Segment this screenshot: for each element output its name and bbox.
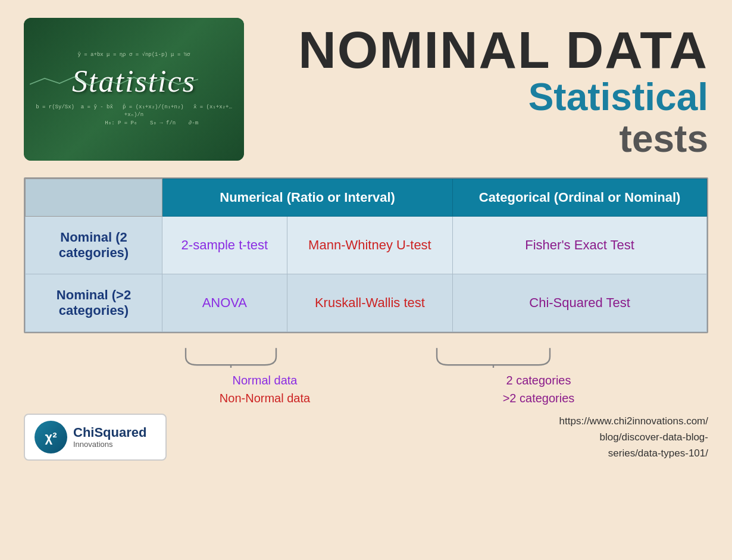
logo-name: ChiSquared: [73, 426, 146, 440]
statistics-table: Numerical (Ratio or Interval) Categorica…: [24, 177, 708, 333]
row-1-numerical-normal: 2-sample t-test: [162, 217, 287, 274]
row-1-header: Nominal (2 categories): [26, 217, 162, 274]
url-text: https://www.chi2innovations.com/ blog/di…: [559, 413, 708, 462]
stats-math-top: ŷ = a+bx μ = ηρ σ = √np(1-p) μ = ½σ: [77, 51, 190, 59]
logo-text-area: ChiSquared Innovations: [73, 426, 146, 449]
table-header-numerical: Numerical (Ratio or Interval): [162, 179, 453, 217]
numerical-bracket-text: Normal data Non-Normal data: [220, 371, 310, 407]
sub-title-2: tests: [268, 118, 708, 159]
logo-area: χ² ChiSquared Innovations: [24, 414, 167, 461]
title-area: NOMINAL DATA Statistical tests: [244, 18, 708, 160]
statistics-image: ŷ = a+bx μ = ηρ σ = √np(1-p) μ = ½σ Stat…: [24, 18, 244, 161]
table-header-blank: [26, 179, 162, 217]
main-title: NOMINAL DATA: [268, 24, 708, 76]
wave-decoration: [30, 74, 198, 89]
row-2-header: Nominal (>2 categories): [26, 274, 162, 332]
header-section: ŷ = a+bx μ = ηρ σ = √np(1-p) μ = ½σ Stat…: [24, 18, 708, 161]
stats-math-bottom: b = r(Sy/Sx) a = ȳ - bx̄ p̂ = (x₁+x₂)/(n…: [30, 104, 238, 128]
annotations-area: Normal data Non-Normal data 2 categories…: [24, 345, 708, 407]
categorical-bracket: [369, 345, 708, 368]
row-1-categorical: Fisher's Exact Test: [453, 217, 707, 274]
sub-title: Statistical: [268, 76, 708, 118]
categorical-annotation: 2 categories >2 categories: [369, 345, 708, 407]
logo-sub: Innovations: [73, 440, 146, 449]
row-2-numerical-nonnormal: Kruskall-Wallis test: [287, 274, 452, 332]
numerical-annotation: Normal data Non-Normal data: [161, 345, 369, 407]
row-2-numerical-normal: ANOVA: [162, 274, 287, 332]
row-2-categorical: Chi-Squared Test: [453, 274, 707, 332]
logo-icon: χ²: [35, 421, 67, 453]
footer-section: χ² ChiSquared Innovations https://www.ch…: [24, 413, 708, 462]
numerical-bracket: [161, 345, 369, 368]
categorical-bracket-text: 2 categories >2 categories: [503, 371, 575, 407]
row-1-numerical-nonnormal: Mann-Whitney U-test: [287, 217, 452, 274]
table-header-categorical: Categorical (Ordinal or Nominal): [453, 179, 707, 217]
